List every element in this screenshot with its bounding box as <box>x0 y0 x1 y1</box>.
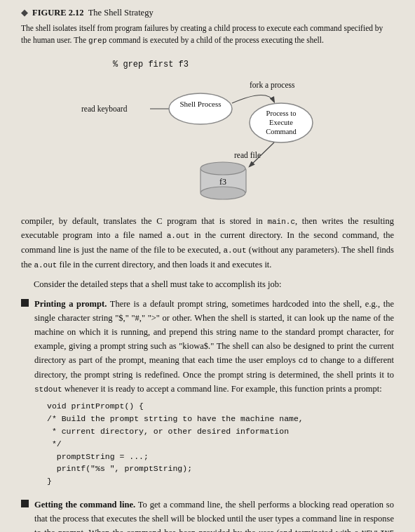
bullet-item-1: Printing a prompt. There is a default pr… <box>21 297 394 492</box>
bullet-1-text: There is a default prompt string, someti… <box>34 299 394 394</box>
body-para1: compiler, by default, translates the C p… <box>21 214 394 272</box>
diagram-fork-label: fork a process <box>250 81 295 90</box>
code-block: void printPrompt() { /* Build the prompt… <box>47 400 394 488</box>
figure-label: FIGURE 2.12 <box>32 8 84 18</box>
bullet-2-title: Getting the command line. <box>34 500 135 510</box>
body-para2: Consider the detailed steps that a shell… <box>21 277 394 291</box>
bullet-2-content: Getting the command line. To get a comma… <box>34 498 394 532</box>
bullet-1-content: Printing a prompt. There is a default pr… <box>34 297 394 492</box>
bullet-1-title: Printing a prompt. <box>34 299 107 309</box>
diagram-read-keyboard: read keyboard <box>81 105 128 114</box>
bullet-square-icon <box>21 299 29 307</box>
diagram-f3-label: f3 <box>219 177 226 187</box>
figure-title: The Shell Strategy <box>88 8 154 18</box>
bullet-item-2: Getting the command line. To get a comma… <box>21 498 394 532</box>
figure-caption: The shell isolates itself from program f… <box>21 22 394 47</box>
diagram-command-text: % grep first f3 <box>113 60 189 69</box>
diagram-cylinder-bottom <box>200 187 245 199</box>
diagram-read-file-label: read file <box>234 151 261 159</box>
bullet-square-icon-2 <box>21 500 29 507</box>
diagram-area: % grep first f3 read keyboard Shell Proc… <box>21 54 394 201</box>
diagram-shell-label1: Shell Process <box>180 100 222 108</box>
diagram-cylinder-top <box>200 162 245 175</box>
diagram-process-label3: Command <box>266 128 297 135</box>
diagram-shell-ellipse <box>169 93 232 124</box>
diagram-process-label1: Process to <box>266 109 297 117</box>
shell-strategy-diagram: % grep first f3 read keyboard Shell Proc… <box>60 54 355 201</box>
diagram-arrow-fork <box>232 95 274 103</box>
figure-diamond-icon: ◆ <box>21 7 28 18</box>
diagram-process-label2: Execute <box>269 119 293 126</box>
